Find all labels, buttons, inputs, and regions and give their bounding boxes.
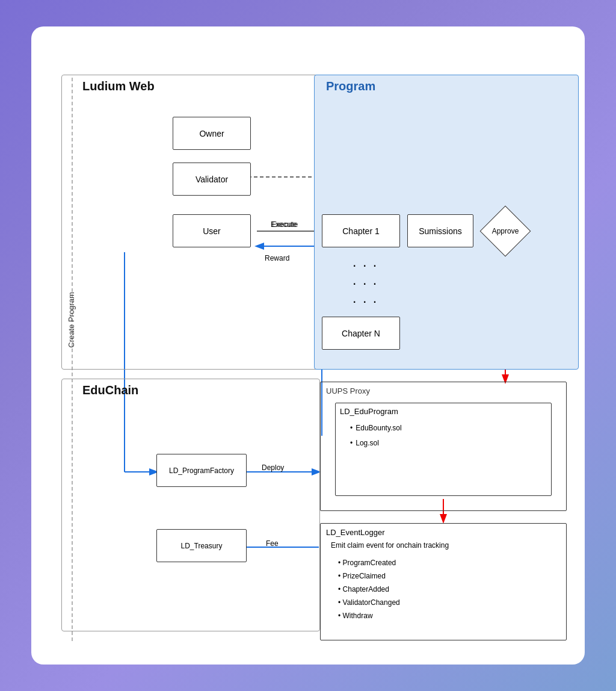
- submissions-box: Sumissions: [407, 214, 473, 247]
- uups-proxy-label: UUPS Proxy: [326, 386, 370, 395]
- owner-box: Owner: [173, 117, 251, 150]
- edu-program-item1: •EduBounty.sol: [350, 424, 402, 432]
- ld-treasury-box: LD_Treasury: [156, 529, 247, 562]
- dots: . . .: [353, 258, 378, 269]
- event-logger-items: • ProgramCreated • PrizeClaimed • Chapte…: [338, 556, 400, 622]
- event-logger-desc: Emit claim event for onchain tracking: [331, 541, 449, 550]
- approve-diamond: Approve: [481, 207, 529, 255]
- user-box: User: [173, 214, 251, 247]
- dots3: . . .: [353, 294, 378, 305]
- dots2: . . .: [353, 276, 378, 287]
- ludium-web-label: Ludium Web: [82, 79, 155, 93]
- diagram-container: Execute: [49, 45, 567, 646]
- program-label: Program: [326, 79, 375, 93]
- ld-eduprogram-box: [335, 403, 552, 496]
- ld-eventlogger-label: LD_EventLogger: [326, 528, 385, 537]
- educhain-label: EduChain: [82, 383, 138, 397]
- validator-box: Validator: [173, 163, 251, 196]
- ld-eduprogram-label: LD_EduProgram: [340, 407, 398, 416]
- ld-programfactory-box: LD_ProgramFactory: [156, 454, 247, 487]
- edu-program-item2: •Log.sol: [350, 439, 379, 447]
- chapter1-box: Chapter 1: [322, 214, 400, 247]
- main-card: Execute: [31, 26, 585, 665]
- chapterN-box: Chapter N: [322, 317, 400, 350]
- educhain-section: [61, 379, 320, 631]
